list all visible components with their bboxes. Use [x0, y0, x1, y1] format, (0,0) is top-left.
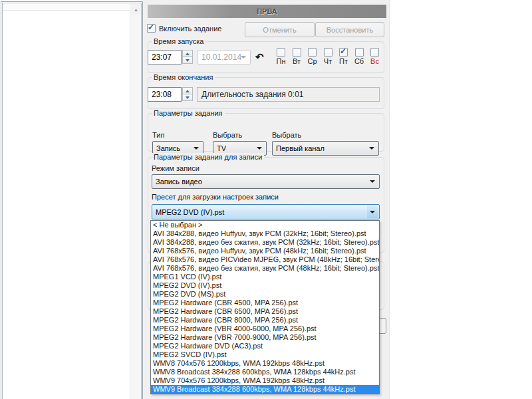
spinner-down-button[interactable]: [182, 94, 193, 101]
task-dialog-panel: ПРВА ✓ Включить задание Отменить Восстан…: [143, 0, 390, 399]
weekday-cell: Пн: [274, 48, 288, 65]
end-time-value: 23:08: [152, 90, 172, 99]
channel-value: Первый канал: [276, 144, 325, 152]
record-mode-label: Режим записи: [152, 164, 200, 172]
weekday-row: ПнВтСрЧт✓ПтСбВс: [274, 48, 382, 65]
preset-option[interactable]: MPEG2 Hardware (VBR 4000-6000, MPA 256).…: [151, 325, 379, 333]
task-type-value: Запись: [156, 144, 180, 152]
weekday-cell: Чт: [321, 48, 335, 65]
preset-option[interactable]: AVI 384x288, видео Huffyuv, звук PCM (32…: [151, 229, 379, 238]
record-mode-value: Запись видео: [156, 178, 202, 186]
preset-option[interactable]: MPEG2 Hardware (CBR 4500, MPA 256).pst: [151, 299, 379, 307]
weekday-cell: Ср: [305, 48, 319, 65]
preset-select-value: MPEG2 DVD (IV).pst: [156, 208, 224, 216]
start-time-value: 23:07: [152, 53, 172, 62]
dropdown-arrow-icon: [370, 180, 375, 183]
left-panel: ▲: [1, 1, 143, 399]
spinner-down-button[interactable]: [182, 57, 193, 64]
preset-option[interactable]: WMV9 704x576 1200kbps, WMA 192kbps 48kHz…: [151, 376, 379, 385]
undo-button[interactable]: ↶: [255, 52, 264, 62]
end-time-input[interactable]: 23:08: [148, 87, 182, 102]
preset-option[interactable]: WMV9 Broadcast 384x288 600kbps, WMA 128k…: [151, 385, 379, 394]
weekday-label: Чт: [324, 58, 332, 65]
weekday-label: Ср: [307, 58, 317, 65]
dropdown-arrow-icon: [241, 56, 246, 59]
dialog-caption-bar: ПРВА: [148, 5, 386, 18]
weekday-checkbox[interactable]: ✓: [339, 48, 348, 57]
weekday-label: Вс: [370, 58, 379, 65]
start-time-group-label: Время запуска: [152, 37, 205, 45]
weekday-label: Пт: [339, 58, 348, 65]
spinner-down-icon: [186, 96, 190, 99]
preset-option[interactable]: MPEG2 Hardware (CBR 6500, MPA 256).pst: [151, 307, 379, 316]
spinner-down-icon: [186, 59, 190, 62]
scroll-up-button[interactable]: ▲: [131, 4, 141, 15]
start-date-select[interactable]: 10.01.2014: [198, 50, 251, 65]
preset-option[interactable]: AVI 768x576, видео без сжатия, звук PCM …: [151, 264, 379, 273]
preset-dropdown-list[interactable]: < Не выбран >AVI 384x288, видео Huffyuv,…: [150, 220, 380, 394]
left-panel-header-strip: [3, 3, 130, 11]
weekday-label: Пн: [277, 58, 286, 65]
cancel-button[interactable]: Отменить: [245, 22, 315, 37]
restore-button-label: Восстановить: [327, 26, 373, 34]
start-date-value: 10.01.2014: [201, 53, 241, 62]
weekday-checkbox[interactable]: [308, 48, 317, 57]
preset-label: Пресет для загрузки настроек записи: [152, 193, 279, 201]
record-params-group-label: Параметры задания для записи: [152, 153, 264, 161]
weekday-checkbox[interactable]: [355, 48, 364, 57]
spinner-up-icon: [186, 90, 190, 92]
preset-select[interactable]: MPEG2 DVD (IV).pst: [152, 204, 380, 219]
restore-button[interactable]: Восстановить: [315, 22, 384, 37]
left-scrollbar[interactable]: ▲: [130, 3, 141, 399]
scroll-up-icon: ▲: [134, 7, 138, 12]
weekday-checkbox[interactable]: [324, 48, 332, 57]
preset-option[interactable]: WMV8 704x576 1200kbps, WMA 192kbps 48kHz…: [151, 359, 379, 368]
enable-task-checkbox[interactable]: ✓: [147, 24, 156, 33]
preset-option[interactable]: MPEG2 DVD (MS).pst: [151, 290, 379, 299]
start-time-spinner: [182, 50, 193, 64]
weekday-cell: Вт: [290, 48, 304, 65]
preset-option[interactable]: < Не выбран >: [151, 221, 379, 229]
spinner-up-icon: [186, 53, 190, 55]
preset-option[interactable]: WMV8 Broadcast 384x288 600kbps, WMA 128k…: [151, 368, 379, 376]
weekday-cell: Сб: [352, 48, 366, 65]
weekday-checkbox[interactable]: [293, 48, 301, 57]
preset-option[interactable]: AVI 768x576, видео PICVideo MJPEG, звук …: [151, 255, 379, 264]
weekday-label: Вт: [293, 58, 301, 65]
record-mode-select[interactable]: Запись видео: [152, 174, 380, 189]
task-params-group-label: Параметры задания: [152, 109, 225, 117]
preset-option[interactable]: AVI 384x288, видео без сжатия, звук PCM …: [151, 238, 379, 247]
weekday-cell: Вс: [368, 48, 382, 65]
mode-value: TV: [217, 144, 226, 152]
end-time-group-label: Время окончания: [152, 73, 215, 81]
dropdown-arrow-icon: [369, 147, 374, 150]
checkmark-icon: ✓: [148, 23, 154, 32]
dropdown-arrow-icon: [370, 211, 375, 213]
preset-option[interactable]: MPEG1 VCD (IV).pst: [151, 273, 379, 281]
start-time-input[interactable]: 23:07: [148, 50, 182, 65]
weekday-cell: ✓Пт: [336, 48, 350, 65]
preset-option[interactable]: MPEG2 SVCD (IV).pst: [151, 350, 379, 359]
channel-select[interactable]: Первый канал: [272, 141, 379, 156]
duration-field: Длительность задания 0:01: [197, 87, 380, 102]
weekday-checkbox[interactable]: [370, 48, 379, 57]
cancel-button-label: Отменить: [263, 26, 296, 34]
preset-option[interactable]: MPEG2 DVD (IV).pst: [151, 281, 379, 290]
preset-option[interactable]: MPEG2 Hardware (VBR 7000-9000, MPA 256).…: [151, 333, 379, 342]
dialog-title: ПРВА: [257, 7, 277, 15]
enable-task-label: Включить задание: [159, 25, 221, 33]
preset-option[interactable]: MPEG2 Hardware (CBR 8000, MPA 256).pst: [151, 316, 379, 325]
checkmark-icon: ✓: [340, 47, 346, 56]
dropdown-arrow-icon: [194, 147, 199, 150]
left-panel-content: ▲: [2, 3, 142, 399]
preset-option[interactable]: AVI 768x576, видео Huffyuv, звук PCM (48…: [151, 247, 379, 255]
dropdown-arrow-icon: [257, 147, 262, 150]
weekday-checkbox[interactable]: [277, 48, 285, 57]
undo-icon: ↶: [255, 51, 264, 63]
end-time-spinner: [182, 87, 193, 101]
weekday-label: Сб: [354, 58, 364, 65]
preset-option[interactable]: MPEG2 Hardware DVD (AC3).pst: [151, 342, 379, 350]
